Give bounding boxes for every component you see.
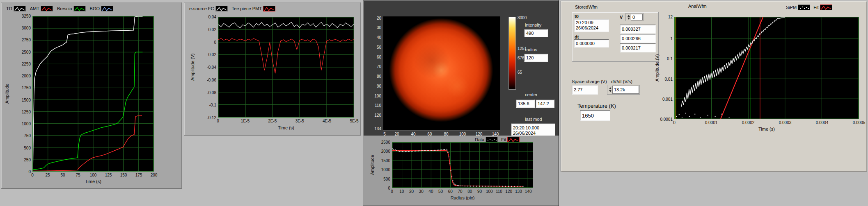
tick-label: 500 [383, 177, 390, 181]
intensity-graph: 2030405060708090100110120134 52040608010… [383, 16, 500, 131]
dvdt-value[interactable]: 13.2k [612, 86, 639, 94]
t0-label: t0 [575, 14, 579, 19]
legend-label: Data [475, 137, 484, 142]
legend-item-brescia[interactable]: Brescia [57, 6, 86, 11]
tick-label: 40 [428, 189, 433, 194]
radial-x-axis-label: Radius (pix) [392, 195, 533, 200]
legend-label: AMT [30, 6, 39, 11]
storedwfm-title: StoredWfm [575, 5, 598, 9]
anal-x-ticks: 00.00010.00020.00030.00040.0005 [674, 120, 859, 125]
tick-label: 10 [399, 189, 404, 194]
tick-label: 140 [525, 189, 532, 194]
tick-label: 70 [458, 189, 463, 194]
tick-label: 0.04 [208, 15, 216, 19]
tick-label: 110 [375, 103, 381, 108]
spinner-arrows-icon[interactable] [608, 87, 612, 92]
tick-label: 0 [388, 186, 390, 190]
tick-label: -0.04 [207, 65, 216, 70]
legend-item-bgo[interactable]: BGO [90, 6, 113, 11]
legend-item-sipm[interactable]: SiPM [786, 5, 810, 10]
tick-label: 60 [448, 189, 453, 194]
anal-plot-area[interactable] [674, 17, 859, 119]
v-index-value[interactable]: 0 [631, 14, 643, 20]
tick-label: 30 [377, 25, 381, 30]
legend-label: e-source FC [189, 6, 214, 11]
t0-value: 20:20:09 26/06/2024 [574, 19, 609, 32]
anal-x-axis-label: Time (s) [674, 127, 859, 131]
tick-label: 60 [377, 54, 381, 59]
tick-label: 0 [214, 40, 216, 44]
tick-label: 0.0001 [660, 117, 673, 122]
legend-item-data[interactable]: Data [475, 137, 498, 143]
anal-legend: SiPMFit [786, 5, 832, 10]
color-scale-tick-label: 676 [518, 55, 524, 60]
fc-plot-area [218, 17, 354, 118]
legend-item-td[interactable]: TD [6, 6, 26, 11]
tick-label: 134 [374, 127, 381, 131]
radius-value: 120 [524, 54, 548, 62]
tick-label: 1E-5 [241, 119, 250, 123]
v-value-1: 0.000266 [620, 34, 656, 43]
legend-label: BGO [90, 6, 100, 11]
legend-item-tee-piece-pmt[interactable]: Tee piece PMT [232, 6, 275, 11]
tick-label: 0 [391, 189, 393, 194]
tick-label: 70 [377, 64, 381, 69]
dt-label: dt [575, 34, 579, 39]
dvdt-control[interactable]: 13.2k [607, 85, 640, 95]
legend-item-e-source-fc[interactable]: e-source FC [189, 6, 228, 11]
tick-label: -0.1 [209, 103, 216, 107]
tick-label: 500 [24, 145, 31, 150]
radial-chart: 25002000150010005000 0102030405060708090… [392, 142, 533, 188]
temperature-value[interactable]: 1650 [580, 110, 610, 121]
tick-label: 0 [673, 120, 676, 125]
spinner-arrows-icon[interactable] [626, 15, 631, 20]
center-y-value: 147.2 [536, 100, 554, 108]
tick-label: 3E-5 [295, 119, 304, 123]
tick-label: -0.06 [207, 77, 216, 82]
v-value-2: 0.000217 [620, 43, 656, 52]
v-value-0: 0.000327 [620, 25, 656, 34]
tick-label: 50 [377, 45, 381, 49]
legend-item-amt[interactable]: AMT [30, 6, 53, 11]
tick-label: 20 [409, 189, 414, 194]
tick-label: 0.001 [662, 97, 673, 101]
legend-label: Tee piece PMT [232, 6, 262, 11]
v-index-spinner[interactable]: 0 [625, 13, 644, 21]
tick-label: 0.01 [665, 77, 673, 81]
tick-label: 2000 [381, 149, 390, 154]
tick-label: 100 [90, 173, 97, 177]
legend-item-fit[interactable]: Fit [501, 137, 520, 143]
tick-label: 1250 [22, 109, 31, 114]
tick-label: 1 [670, 36, 673, 41]
intensity-value: 490 [524, 29, 548, 37]
tick-label: 150 [120, 173, 127, 177]
legend-glyph [14, 6, 26, 11]
fc-x-axis-label: Time (s) [218, 125, 354, 130]
legend-item-fit[interactable]: Fit [813, 5, 832, 10]
color-scale-tick-label: 65 [518, 70, 522, 75]
lastmod-label: last mod [525, 117, 542, 122]
tick-label: 125 [105, 173, 112, 177]
td-chart: 0250500750100012501500175020002250250027… [32, 16, 154, 172]
tick-label: 0 [28, 170, 31, 174]
legend-label: Fit [501, 137, 506, 142]
tick-label: 80 [377, 74, 381, 79]
fc-x-ticks: 01E-52E-53E-54E-55E-5 [218, 119, 354, 124]
legend-glyph [73, 6, 86, 11]
tick-label: 0 [217, 119, 219, 123]
radial-y-axis-label: Amplitude [370, 142, 375, 188]
td-legend: TDAMTBresciaBGO [6, 6, 113, 11]
anal-y-ticks: 1210.10.010.0010.0001 [656, 17, 673, 119]
tick-label: 4E-5 [323, 119, 331, 123]
legend-label: Brescia [57, 6, 72, 11]
radial-y-ticks: 25002000150010005000 [376, 142, 390, 188]
color-scale-labels: 3000125167665 [518, 17, 536, 90]
fc-y-ticks: 0.040.020-0.02-0.04-0.06-0.08-0.1-0.12 [200, 17, 216, 118]
tick-label: 0 [31, 173, 34, 177]
td-panel: TDAMTBresciaBGO Amplitude 02505007501000… [1, 2, 182, 189]
tick-label: 110 [496, 189, 502, 194]
td-x-axis-label: Time (s) [32, 179, 154, 184]
legend-label: SiPM [786, 5, 797, 10]
td-y-ticks: 0250500750100012501500175020002250250027… [12, 16, 31, 172]
tick-label: 5E-5 [350, 119, 358, 123]
